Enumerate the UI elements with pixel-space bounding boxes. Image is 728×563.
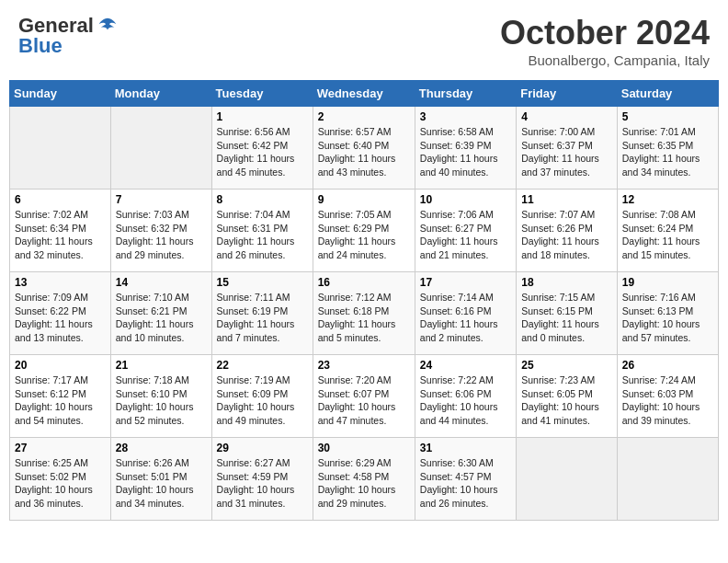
day-info: Sunrise: 7:19 AM Sunset: 6:09 PM Dayligh… <box>217 373 308 428</box>
day-number: 24 <box>420 359 511 372</box>
day-number: 4 <box>521 110 612 123</box>
calendar-cell: 31Sunrise: 6:30 AM Sunset: 4:57 PM Dayli… <box>415 438 516 521</box>
day-number: 30 <box>318 442 410 454</box>
day-info: Sunrise: 7:11 AM Sunset: 6:19 PM Dayligh… <box>217 291 308 345</box>
calendar-week-row: 1Sunrise: 6:56 AM Sunset: 6:42 PM Daylig… <box>10 107 719 190</box>
day-number: 17 <box>420 276 511 289</box>
calendar-cell <box>110 107 211 190</box>
calendar-cell: 24Sunrise: 7:22 AM Sunset: 6:06 PM Dayli… <box>415 355 516 438</box>
weekday-header-tuesday: Tuesday <box>211 81 313 107</box>
day-number: 10 <box>420 193 511 206</box>
calendar-cell: 7Sunrise: 7:03 AM Sunset: 6:32 PM Daylig… <box>110 190 211 272</box>
calendar-cell: 2Sunrise: 6:57 AM Sunset: 6:40 PM Daylig… <box>313 107 415 190</box>
day-info: Sunrise: 7:12 AM Sunset: 6:18 PM Dayligh… <box>318 291 410 345</box>
calendar-cell: 21Sunrise: 7:18 AM Sunset: 6:10 PM Dayli… <box>110 355 211 438</box>
day-info: Sunrise: 7:17 AM Sunset: 6:12 PM Dayligh… <box>15 373 106 428</box>
calendar-cell: 6Sunrise: 7:02 AM Sunset: 6:34 PM Daylig… <box>10 190 111 272</box>
calendar-week-row: 27Sunrise: 6:25 AM Sunset: 5:02 PM Dayli… <box>10 438 719 521</box>
day-info: Sunrise: 7:02 AM Sunset: 6:34 PM Dayligh… <box>15 208 106 262</box>
weekday-header-friday: Friday <box>517 81 618 107</box>
day-info: Sunrise: 7:24 AM Sunset: 6:03 PM Dayligh… <box>622 373 713 428</box>
day-number: 20 <box>15 359 106 372</box>
calendar-cell: 23Sunrise: 7:20 AM Sunset: 6:07 PM Dayli… <box>313 355 415 438</box>
day-info: Sunrise: 7:09 AM Sunset: 6:22 PM Dayligh… <box>15 291 106 345</box>
calendar-cell: 14Sunrise: 7:10 AM Sunset: 6:21 PM Dayli… <box>110 272 211 355</box>
day-info: Sunrise: 7:07 AM Sunset: 6:26 PM Dayligh… <box>521 208 612 262</box>
day-number: 2 <box>318 110 410 123</box>
calendar-cell: 19Sunrise: 7:16 AM Sunset: 6:13 PM Dayli… <box>617 272 718 355</box>
day-info: Sunrise: 6:30 AM Sunset: 4:57 PM Dayligh… <box>420 456 511 511</box>
day-info: Sunrise: 6:58 AM Sunset: 6:39 PM Dayligh… <box>420 125 511 179</box>
day-number: 5 <box>622 110 713 123</box>
day-info: Sunrise: 6:25 AM Sunset: 5:02 PM Dayligh… <box>15 456 106 511</box>
day-info: Sunrise: 7:03 AM Sunset: 6:32 PM Dayligh… <box>116 208 207 262</box>
weekday-header-saturday: Saturday <box>617 81 718 107</box>
weekday-header-sunday: Sunday <box>10 81 111 107</box>
day-number: 3 <box>420 110 511 123</box>
calendar-cell: 3Sunrise: 6:58 AM Sunset: 6:39 PM Daylig… <box>415 107 516 190</box>
calendar-cell <box>10 107 111 190</box>
day-info: Sunrise: 7:04 AM Sunset: 6:31 PM Dayligh… <box>217 208 308 262</box>
calendar-cell: 29Sunrise: 6:27 AM Sunset: 4:59 PM Dayli… <box>211 438 313 521</box>
day-number: 22 <box>217 359 308 372</box>
month-title: October 2024 <box>500 14 710 52</box>
day-number: 7 <box>116 193 207 206</box>
calendar-cell <box>517 438 618 521</box>
day-number: 21 <box>116 359 207 372</box>
logo: General Blue <box>18 14 118 58</box>
day-number: 29 <box>217 442 308 454</box>
calendar-week-row: 20Sunrise: 7:17 AM Sunset: 6:12 PM Dayli… <box>10 355 719 438</box>
location-subtitle: Buonalbergo, Campania, Italy <box>500 52 710 68</box>
calendar-cell: 17Sunrise: 7:14 AM Sunset: 6:16 PM Dayli… <box>415 272 516 355</box>
calendar-cell: 12Sunrise: 7:08 AM Sunset: 6:24 PM Dayli… <box>617 190 718 272</box>
calendar-table: SundayMondayTuesdayWednesdayThursdayFrid… <box>9 80 719 521</box>
calendar-cell: 15Sunrise: 7:11 AM Sunset: 6:19 PM Dayli… <box>211 272 313 355</box>
weekday-header-wednesday: Wednesday <box>313 81 415 107</box>
day-number: 6 <box>15 193 106 206</box>
day-info: Sunrise: 7:15 AM Sunset: 6:15 PM Dayligh… <box>521 291 612 345</box>
calendar-cell: 10Sunrise: 7:06 AM Sunset: 6:27 PM Dayli… <box>415 190 516 272</box>
calendar-cell: 27Sunrise: 6:25 AM Sunset: 5:02 PM Dayli… <box>10 438 111 521</box>
day-number: 19 <box>622 276 713 289</box>
day-number: 13 <box>15 276 106 289</box>
day-number: 31 <box>420 442 511 454</box>
day-number: 15 <box>217 276 308 289</box>
day-info: Sunrise: 7:05 AM Sunset: 6:29 PM Dayligh… <box>318 208 410 262</box>
day-number: 14 <box>116 276 207 289</box>
calendar-cell <box>617 438 718 521</box>
day-number: 26 <box>622 359 713 372</box>
day-info: Sunrise: 7:18 AM Sunset: 6:10 PM Dayligh… <box>116 373 207 428</box>
calendar-cell: 9Sunrise: 7:05 AM Sunset: 6:29 PM Daylig… <box>313 190 415 272</box>
calendar-cell: 25Sunrise: 7:23 AM Sunset: 6:05 PM Dayli… <box>517 355 618 438</box>
day-info: Sunrise: 7:01 AM Sunset: 6:35 PM Dayligh… <box>622 125 713 179</box>
day-info: Sunrise: 7:23 AM Sunset: 6:05 PM Dayligh… <box>521 373 612 428</box>
day-number: 9 <box>318 193 410 206</box>
calendar-cell: 20Sunrise: 7:17 AM Sunset: 6:12 PM Dayli… <box>10 355 111 438</box>
day-info: Sunrise: 7:20 AM Sunset: 6:07 PM Dayligh… <box>318 373 410 428</box>
calendar-cell: 8Sunrise: 7:04 AM Sunset: 6:31 PM Daylig… <box>211 190 313 272</box>
calendar-cell: 5Sunrise: 7:01 AM Sunset: 6:35 PM Daylig… <box>617 107 718 190</box>
calendar-cell: 28Sunrise: 6:26 AM Sunset: 5:01 PM Dayli… <box>110 438 211 521</box>
day-number: 25 <box>521 359 612 372</box>
day-info: Sunrise: 7:08 AM Sunset: 6:24 PM Dayligh… <box>622 208 713 262</box>
day-info: Sunrise: 6:26 AM Sunset: 5:01 PM Dayligh… <box>116 456 207 511</box>
calendar-cell: 13Sunrise: 7:09 AM Sunset: 6:22 PM Dayli… <box>10 272 111 355</box>
page-header: General Blue October 2024 Buonalbergo, C… <box>9 9 719 73</box>
day-number: 28 <box>116 442 207 454</box>
day-info: Sunrise: 7:00 AM Sunset: 6:37 PM Dayligh… <box>521 125 612 179</box>
day-info: Sunrise: 7:10 AM Sunset: 6:21 PM Dayligh… <box>116 291 207 345</box>
day-info: Sunrise: 6:29 AM Sunset: 4:58 PM Dayligh… <box>318 456 410 511</box>
calendar-cell: 26Sunrise: 7:24 AM Sunset: 6:03 PM Dayli… <box>617 355 718 438</box>
calendar-week-row: 6Sunrise: 7:02 AM Sunset: 6:34 PM Daylig… <box>10 190 719 272</box>
day-info: Sunrise: 7:14 AM Sunset: 6:16 PM Dayligh… <box>420 291 511 345</box>
day-number: 27 <box>15 442 106 454</box>
day-info: Sunrise: 7:16 AM Sunset: 6:13 PM Dayligh… <box>622 291 713 345</box>
day-number: 1 <box>217 110 308 123</box>
day-info: Sunrise: 7:06 AM Sunset: 6:27 PM Dayligh… <box>420 208 511 262</box>
calendar-cell: 1Sunrise: 6:56 AM Sunset: 6:42 PM Daylig… <box>211 107 313 190</box>
calendar-cell: 16Sunrise: 7:12 AM Sunset: 6:18 PM Dayli… <box>313 272 415 355</box>
day-number: 16 <box>318 276 410 289</box>
title-block: October 2024 Buonalbergo, Campania, Ital… <box>500 14 710 68</box>
calendar-week-row: 13Sunrise: 7:09 AM Sunset: 6:22 PM Dayli… <box>10 272 719 355</box>
day-number: 11 <box>521 193 612 206</box>
